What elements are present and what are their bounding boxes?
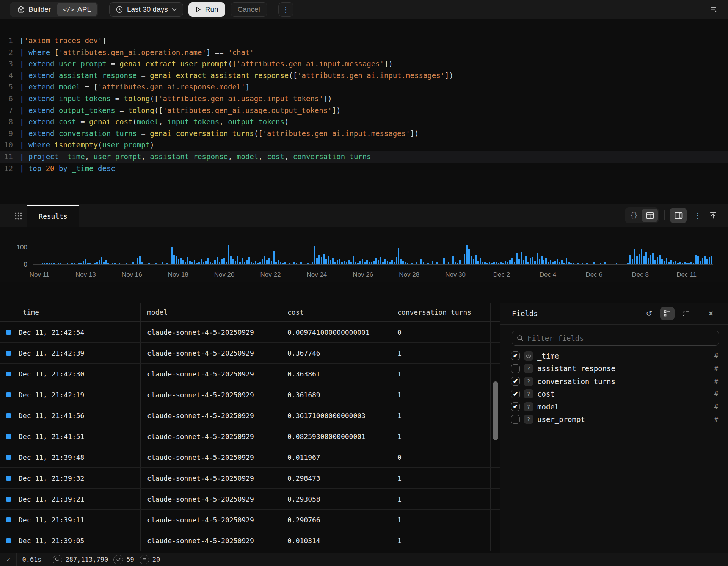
line-number: 5 — [0, 81, 13, 93]
code-line[interactable]: 12| top 20 by _time desc — [0, 163, 728, 174]
toggle-fields-panel-button[interactable] — [670, 208, 687, 223]
checkbox-checked[interactable]: ✔ — [511, 377, 520, 386]
reset-fields-button[interactable]: ↺ — [642, 307, 656, 320]
json-view-button[interactable]: {} — [626, 209, 642, 222]
chart-bar — [666, 258, 667, 264]
x-axis-tick-label: Nov 18 — [168, 271, 188, 279]
code-line[interactable]: 5| extend model = ['attributes.gen_ai.re… — [0, 81, 728, 93]
code-line[interactable]: 1['axiom-traces-dev'] — [0, 35, 728, 47]
chart-bar — [523, 260, 524, 265]
more-options-button[interactable]: ⋮ — [278, 2, 293, 17]
chart-bar — [697, 256, 699, 264]
x-axis-tick-label: Nov 28 — [399, 271, 419, 279]
table-scrollbar-thumb[interactable] — [493, 381, 498, 440]
status-check-icon: ✓ — [6, 556, 11, 563]
checkbox-checked[interactable]: ✔ — [511, 390, 520, 398]
field-row-cost[interactable]: ✔?cost# — [500, 388, 728, 401]
code-line[interactable]: 11| project _time, user_prompt, assistan… — [0, 151, 728, 163]
row-marker-icon — [6, 434, 11, 439]
code-line[interactable]: 8| extend cost = genai_cost(model, input… — [0, 116, 728, 128]
chart-bar — [235, 261, 236, 264]
field-row-_time[interactable]: ✔_time# — [500, 350, 728, 362]
filter-fields-input[interactable] — [527, 334, 714, 342]
chart-bar — [141, 262, 143, 264]
chart-bar — [221, 259, 223, 264]
field-row-user_prompt[interactable]: ?user_prompt# — [500, 413, 728, 426]
table-row[interactable]: Dec 11, 21:39:21claude-sonnet-4-5-202509… — [0, 489, 500, 510]
chart-bar — [600, 263, 601, 264]
y-axis-tick-label: 100 — [3, 244, 27, 251]
chart-bar — [563, 263, 565, 264]
table-row[interactable]: Dec 11, 21:42:54claude-sonnet-4-5-202509… — [0, 322, 500, 343]
code-line[interactable]: 4| extend assistant_response = genai_ext… — [0, 70, 728, 82]
code-line[interactable]: 6| extend input_tokens = tolong(['attrib… — [0, 93, 728, 105]
builder-mode-button[interactable]: Builder — [11, 3, 57, 16]
kebab-icon: ⋮ — [694, 212, 701, 220]
chart-bar — [85, 259, 86, 264]
table-column-header[interactable]: conversation_turns — [391, 303, 491, 321]
fields-panel-header: Fields ↺ — [500, 303, 728, 325]
chart-bar — [690, 262, 692, 264]
checkbox-unchecked[interactable] — [511, 364, 520, 373]
close-fields-panel-button[interactable]: × — [704, 307, 718, 320]
chart-bar — [604, 262, 606, 264]
table-column-header[interactable]: cost — [281, 303, 391, 321]
table-column-header[interactable]: model — [141, 303, 281, 321]
row-marker-icon — [6, 497, 11, 502]
chart-bar — [307, 263, 309, 264]
chart-bar — [477, 261, 479, 264]
code-line[interactable]: 3| extend user_prompt = genai_extract_us… — [0, 58, 728, 70]
chart-bar — [554, 261, 556, 264]
table-row[interactable]: Dec 11, 21:41:51claude-sonnet-4-5-202509… — [0, 426, 500, 447]
field-row-model[interactable]: ✔?model# — [500, 400, 728, 413]
cancel-button[interactable]: Cancel — [231, 2, 267, 17]
code-line[interactable]: 7| extend output_tokens = tolong(['attri… — [0, 105, 728, 116]
chart-bar — [71, 263, 73, 264]
table-view-button[interactable] — [642, 209, 658, 222]
field-row-conversation_turns[interactable]: ✔?conversation_turns# — [500, 375, 728, 388]
code-line[interactable]: 2| where ['attributes.gen_ai.operation.n… — [0, 47, 728, 58]
undo-icon: ↺ — [646, 309, 653, 318]
table-row[interactable]: Dec 11, 21:41:56claude-sonnet-4-5-202509… — [0, 405, 500, 426]
chart-bar — [323, 254, 325, 264]
chart-bar — [282, 263, 284, 264]
checkbox-checked[interactable]: ✔ — [511, 402, 520, 411]
run-button[interactable]: Run — [188, 2, 225, 17]
table-column-header[interactable]: _time — [0, 303, 141, 321]
code-line[interactable]: 10| where isnotempty(user_prompt) — [0, 139, 728, 151]
field-checklist-button[interactable] — [678, 307, 693, 320]
table-row[interactable]: Dec 11, 21:39:11claude-sonnet-4-5-202509… — [0, 510, 500, 530]
chart-bar — [396, 257, 397, 264]
toggle-right-panel-button[interactable] — [710, 5, 718, 14]
field-row-assistant_response[interactable]: ?assistant_response# — [500, 362, 728, 375]
query-editor[interactable]: 1['axiom-traces-dev']2| where ['attribut… — [0, 19, 728, 204]
field-list-view-button[interactable] — [660, 307, 675, 320]
table-row[interactable]: Dec 11, 21:42:19claude-sonnet-4-5-202509… — [0, 384, 500, 405]
table-row[interactable]: Dec 11, 21:39:48claude-sonnet-4-5-202509… — [0, 447, 500, 468]
time-range-dropdown[interactable]: Last 30 days — [109, 2, 183, 17]
table-row[interactable]: Dec 11, 21:39:05claude-sonnet-4-5-202509… — [0, 530, 500, 551]
chart-bar — [695, 255, 697, 264]
drag-grid-button[interactable] — [9, 205, 27, 227]
chart-bar — [357, 263, 359, 264]
chart-bar — [230, 256, 232, 264]
code-line[interactable]: 9| extend conversation_turns = genai_con… — [0, 128, 728, 140]
table-row[interactable]: Dec 11, 21:42:39claude-sonnet-4-5-202509… — [0, 343, 500, 364]
chart-bar — [334, 262, 336, 264]
chevron-down-icon — [172, 8, 177, 11]
collapse-results-button[interactable] — [709, 211, 717, 220]
checkbox-unchecked[interactable] — [511, 415, 520, 424]
chart-bar — [468, 249, 470, 264]
chart-bar — [643, 256, 645, 264]
checkbox-checked[interactable]: ✔ — [511, 351, 520, 360]
results-more-button[interactable]: ⋮ — [692, 211, 704, 220]
line-number: 4 — [0, 70, 13, 82]
line-number: 3 — [0, 58, 13, 70]
chart-bar — [511, 258, 513, 264]
table-row[interactable]: Dec 11, 21:42:30claude-sonnet-4-5-202509… — [0, 364, 500, 384]
x-axis-tick-label: Dec 6 — [586, 271, 602, 279]
table-row[interactable]: Dec 11, 21:39:32claude-sonnet-4-5-202509… — [0, 468, 500, 489]
filter-fields-search[interactable] — [512, 331, 719, 346]
apl-mode-button[interactable]: </> APL — [57, 3, 97, 16]
results-tab[interactable]: Results — [27, 205, 79, 227]
